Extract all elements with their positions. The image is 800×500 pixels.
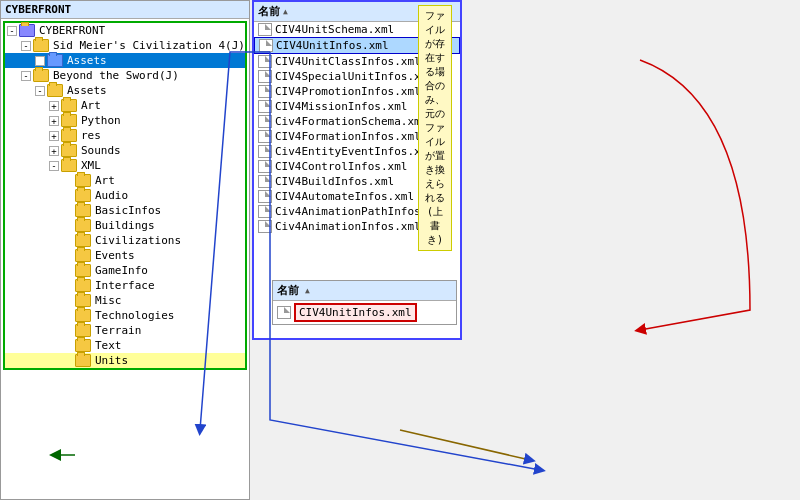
file-label: CIV4UnitSchema.xml: [275, 23, 394, 36]
folder-icon-xml-technologies: [75, 309, 91, 322]
folder-icon-xml-buildings: [75, 219, 91, 232]
tree-item-xml-technologies[interactable]: Technologies: [5, 308, 245, 323]
file-icon: [258, 190, 272, 203]
tree-item-assets[interactable]: +Assets: [5, 53, 245, 68]
right-panel-header: 名前 ▲: [273, 281, 456, 301]
tree-label-civ4: Sid Meier's Civilization 4(J): [53, 39, 245, 52]
right-file-icon: [277, 306, 291, 319]
tree-label-xml-audio: Audio: [95, 189, 128, 202]
folder-icon-res: [61, 129, 77, 142]
file-label: Civ4AnimationInfos.xml: [275, 220, 421, 233]
left-file-tree[interactable]: CYBERFRONT -CYBERFRONT-Sid Meier's Civil…: [0, 0, 250, 500]
folder-icon-xml-events: [75, 249, 91, 262]
tree-label-beyond: Beyond the Sword(J): [53, 69, 179, 82]
folder-icon-xml-art: [75, 174, 91, 187]
tree-item-civ4[interactable]: -Sid Meier's Civilization 4(J): [5, 38, 245, 53]
tree-item-art[interactable]: +Art: [5, 98, 245, 113]
tree-item-xml-gameinfo[interactable]: GameInfo: [5, 263, 245, 278]
folder-icon-xml-misc: [75, 294, 91, 307]
tree-label-xml-units: Units: [95, 354, 128, 367]
tree-item-xml-art[interactable]: Art: [5, 173, 245, 188]
file-icon: [258, 115, 272, 128]
tree-label-assets2: Assets: [67, 84, 107, 97]
expand-btn-assets2[interactable]: -: [35, 86, 45, 96]
right-header-label: 名前: [277, 283, 299, 298]
tree-item-sounds[interactable]: +Sounds: [5, 143, 245, 158]
tree-label-xml-events: Events: [95, 249, 135, 262]
tree-item-xml-audio[interactable]: Audio: [5, 188, 245, 203]
folder-icon-xml: [61, 159, 77, 172]
file-icon: [258, 175, 272, 188]
right-file-item[interactable]: CIV4UnitInfos.xml: [273, 301, 456, 324]
file-icon: [258, 220, 272, 233]
folder-icon-cyberfront: [19, 24, 35, 37]
file-icon: [258, 70, 272, 83]
tree-item-xml[interactable]: -XML: [5, 158, 245, 173]
expand-btn-civ4[interactable]: -: [21, 41, 31, 51]
tree-item-xml-units[interactable]: Units: [5, 353, 245, 368]
file-label: CIV4SpecialUnitInfos.xml: [275, 70, 434, 83]
file-label: CIV4FormationInfos.xml: [275, 130, 421, 143]
expand-btn-python[interactable]: +: [49, 116, 59, 126]
expand-btn-res[interactable]: +: [49, 131, 59, 141]
tree-item-xml-misc[interactable]: Misc: [5, 293, 245, 308]
folder-icon-xml-gameinfo: [75, 264, 91, 277]
tree-item-xml-buildings[interactable]: Buildings: [5, 218, 245, 233]
tree-label-xml-gameinfo: GameInfo: [95, 264, 148, 277]
right-selected-file: CIV4UnitInfos.xml: [294, 303, 417, 322]
folder-icon-art: [61, 99, 77, 112]
folder-icon-assets: [47, 54, 63, 67]
tree-label-xml-terrain: Terrain: [95, 324, 141, 337]
tree-label-art: Art: [81, 99, 101, 112]
expand-btn-cyberfront[interactable]: -: [7, 26, 17, 36]
expand-btn-xml[interactable]: -: [49, 161, 59, 171]
folder-icon-xml-terrain: [75, 324, 91, 337]
folder-icon-xml-units: [75, 354, 91, 367]
tree-item-xml-events[interactable]: Events: [5, 248, 245, 263]
expand-btn-assets[interactable]: +: [35, 56, 45, 66]
tree-item-xml-text[interactable]: Text: [5, 338, 245, 353]
tree-label-xml-art: Art: [95, 174, 115, 187]
expand-btn-sounds[interactable]: +: [49, 146, 59, 156]
tree-item-res[interactable]: +res: [5, 128, 245, 143]
bottom-right-panel[interactable]: 名前 ▲ CIV4UnitInfos.xml: [272, 280, 457, 325]
file-label: CIV4UnitInfos.xml: [276, 39, 389, 52]
tree-item-xml-terrain[interactable]: Terrain: [5, 323, 245, 338]
tree-item-xml-basicinfos[interactable]: BasicInfos: [5, 203, 245, 218]
annotation-top-text: ファイルが存在する場合のみ、元のファイルが置き換えられる(上書き): [425, 10, 445, 245]
expand-btn-art[interactable]: +: [49, 101, 59, 111]
folder-icon-python: [61, 114, 77, 127]
tree-label-xml-interface: Interface: [95, 279, 155, 292]
tree-label-cyberfront: CYBERFRONT: [39, 24, 105, 37]
file-label: Civ4EntityEventInfos.xml: [275, 145, 434, 158]
folder-icon-xml-civilizations: [75, 234, 91, 247]
tree-label-xml-technologies: Technologies: [95, 309, 174, 322]
file-icon: [258, 100, 272, 113]
tree-label-python: Python: [81, 114, 121, 127]
file-icon: [259, 39, 273, 52]
tree-item-python[interactable]: +Python: [5, 113, 245, 128]
file-icon: [258, 130, 272, 143]
folder-icon-beyond: [33, 69, 49, 82]
tree-item-assets2[interactable]: -Assets: [5, 83, 245, 98]
tree-item-cyberfront[interactable]: -CYBERFRONT: [5, 23, 245, 38]
expand-btn-beyond[interactable]: -: [21, 71, 31, 81]
green-highlighted-section: -CYBERFRONT-Sid Meier's Civilization 4(J…: [3, 21, 247, 370]
annotation-top-right: ファイルが存在する場合のみ、元のファイルが置き換えられる(上書き): [418, 5, 452, 251]
tree-label-xml-buildings: Buildings: [95, 219, 155, 232]
folder-icon-xml-text: [75, 339, 91, 352]
tree-item-xml-interface[interactable]: Interface: [5, 278, 245, 293]
file-icon: [258, 205, 272, 218]
tree-label-xml-civilizations: Civilizations: [95, 234, 181, 247]
file-icon: [258, 160, 272, 173]
tree-item-xml-civilizations[interactable]: Civilizations: [5, 233, 245, 248]
tree-item-beyond[interactable]: -Beyond the Sword(J): [5, 68, 245, 83]
right-sort-arrow: ▲: [305, 286, 310, 295]
tree-header: CYBERFRONT: [1, 1, 249, 19]
tree-label-assets: Assets: [67, 54, 107, 67]
tree-label-xml-text: Text: [95, 339, 122, 352]
file-icon: [258, 85, 272, 98]
folder-icon-sounds: [61, 144, 77, 157]
file-label: CIV4BuildInfos.xml: [275, 175, 394, 188]
middle-header-label: 名前: [258, 4, 280, 19]
